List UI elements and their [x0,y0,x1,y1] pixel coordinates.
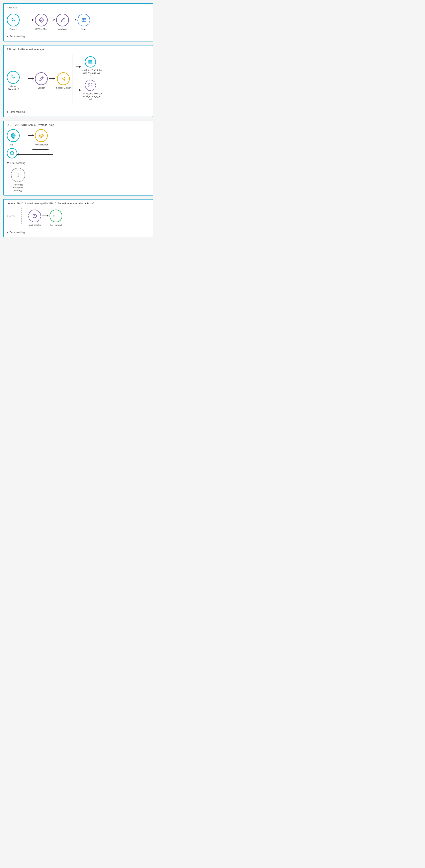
node-circle-jms [85,56,96,67]
arrow-3 [70,20,76,20]
arrow-line-1 [28,20,34,20]
node-label-generic: Generic [9,28,17,30]
flow-rest: REST_Air_PM10_Annual_Average_Alert HTTP [3,121,153,195]
error-handling-content: ReferenceExceptionStrategy [11,168,149,192]
power-icon [31,213,38,219]
scatter-vertical-line [73,54,74,103]
collapsed-triangle-epl-icon [7,111,8,113]
rest-top-row: APIkit Router [26,129,48,146]
node-label-ref-exception: ReferenceExceptionStrategy [13,183,23,192]
pencil-icon [59,17,66,23]
apikit-icon [38,132,45,139]
rest-right-section: APIkit Router [26,129,48,150]
separator-line-1 [23,12,23,28]
arrow-line-3 [70,20,76,20]
scatter-arrow-line-jms [76,66,81,67]
svg-point-36 [18,176,19,177]
flow-content-epl: Esper(Streaming) Logger [7,54,149,108]
collapsed-triangle-get-icon [7,231,8,234]
svg-marker-2 [39,18,44,23]
svg-rect-21 [89,84,90,85]
node-ref-exception[interactable]: ReferenceExceptionStrategy [11,168,25,192]
node-label-scatter: Scatter-Gather [56,86,70,89]
error-handling-get[interactable]: Error handling [7,231,149,234]
node-apikit-router[interactable]: APIkit Router [35,129,48,146]
error-handling-airdatag[interactable]: Error handling [7,35,149,38]
node-circle-esper-streaming [7,71,20,84]
svg-point-30 [39,134,43,137]
node-circle-rest [85,80,96,91]
arrow-line-epl-2 [49,78,55,79]
node-label-rest-alert: REST_Air_PM10_Annual_Average_Alert [82,92,98,101]
globe-icon [10,132,17,139]
node-circle-log [56,13,69,26]
flow-content-get: Source load_results [7,208,149,228]
node-label-esper: Esper [81,28,87,30]
return-section [32,149,48,150]
arrow-line-2 [49,20,55,20]
scatter-arrow-line-rest [76,90,81,90]
node-circle-http [7,129,20,142]
separator-get [22,208,22,224]
globe-return-icon [9,150,15,156]
node-rest-alert[interactable]: REST_Air_PM10_Annual_Average_Alert [82,80,98,101]
scatter-icon [60,75,66,82]
node-log-objects[interactable]: Log objects [56,13,69,30]
node-circle-ref-exception [11,168,25,182]
svg-point-13 [64,77,65,78]
svg-point-44 [53,215,55,217]
svg-rect-17 [89,61,92,63]
arrow-line-rest-1 [28,135,34,135]
arrow-rest-1 [28,135,34,135]
flow-airdatag: AirDataG Generic [3,3,153,41]
expanded-triangle-icon [7,162,9,164]
table-icon [81,17,87,23]
error-handling-epl-label: Error handling [10,111,25,113]
rotate-ccw-streaming-icon [10,74,17,81]
flow-epl: EPL_Air_PM10_Anual_Average Esper(Streami… [3,45,153,117]
node-logger[interactable]: Logger [35,72,48,89]
flow-title-rest: REST_Air_PM10_Annual_Average_Alert [7,123,149,126]
separator-rest [23,129,23,145]
node-esper-streaming[interactable]: Esper(Streaming) [7,71,20,91]
svg-line-15 [63,78,64,79]
return-horizontal-line [17,154,53,155]
svg-rect-24 [91,86,92,87]
error-handling-epl[interactable]: Error handling [7,111,149,113]
diamond-check-icon [38,17,45,23]
node-circle-generic [7,13,20,26]
node-circle-logger [35,72,48,85]
rotate-ccw-icon [10,17,17,23]
flow-title-airdatag: AirDataG [7,6,149,9]
svg-rect-5 [82,19,86,22]
source-label: Source [7,214,15,217]
node-circle-http-return [7,148,17,158]
node-scatter-gather[interactable]: Scatter-Gather [56,72,70,89]
node-http[interactable]: HTTP [7,129,20,146]
node-set-payload[interactable]: Set Payload [50,210,62,226]
node-circle-set-payload [50,210,62,222]
arrow-1 [28,20,34,20]
node-csv-to-map[interactable]: CSV to Map [35,13,48,30]
node-label-log: Log objects [57,28,68,30]
node-label-logger: Logger [38,86,45,89]
node-load-results[interactable]: load_results [28,210,41,226]
node-jms-alert[interactable]: JMS_Air_PM10_Annual_Average_Alert [82,56,98,77]
grid-icon [88,83,93,88]
error-handling-rest-toggle[interactable]: Error handling [7,162,149,164]
scatter-output-rest: REST_Air_PM10_Annual_Average_Alert [76,80,98,101]
arrow-epl-1 [28,78,34,79]
return-arrowhead-2 [17,153,19,155]
node-circle-scatter [57,72,70,85]
node-esper[interactable]: Esper [77,13,90,30]
arrow-line-epl-1 [28,78,34,79]
scatter-output-jms: JMS_Air_PM10_Annual_Average_Alert [76,56,98,77]
node-generic[interactable]: Generic [7,13,20,30]
node-http-return[interactable] [7,148,17,158]
list-icon [53,213,59,219]
scatter-arrow-jms [76,66,81,67]
return-line [32,149,49,150]
error-handling-get-label: Error handling [10,231,25,234]
svg-point-32 [43,135,44,136]
return-arrowhead [32,149,34,150]
